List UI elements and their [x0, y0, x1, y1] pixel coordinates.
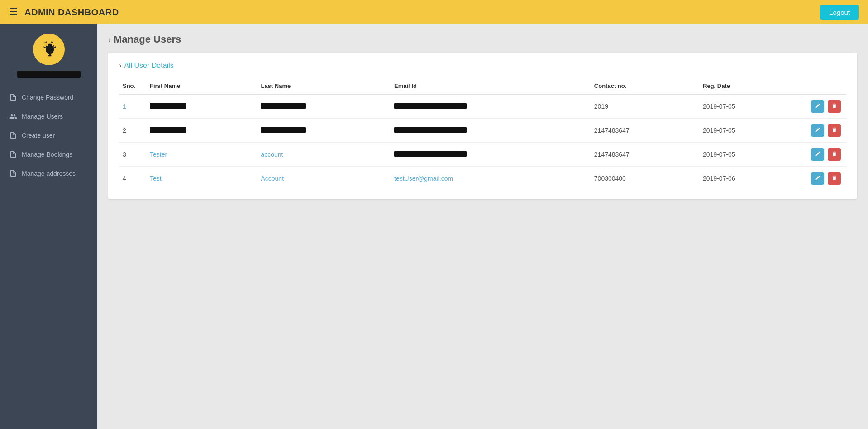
delete-button[interactable]: [828, 172, 841, 185]
table-card: › All User Details Sno. First Name Last …: [108, 53, 857, 199]
delete-icon: [831, 151, 837, 157]
cell-firstname: [146, 119, 257, 143]
col-regdate: Reg. Date: [699, 78, 801, 94]
deer-icon: [39, 39, 59, 59]
table-row: 1 2019 2019-07-05: [119, 94, 846, 119]
cell-regdate: 2019-07-05: [699, 94, 801, 119]
file-icon: [9, 93, 17, 101]
cell-sno: 3: [119, 143, 146, 167]
users-table: Sno. First Name Last Name Email Id Conta…: [119, 78, 846, 190]
header-left: ☰ ADMIN DASHBOARD: [9, 6, 119, 18]
delete-button[interactable]: [828, 124, 841, 137]
cell-regdate: 2019-07-05: [699, 143, 801, 167]
hamburger-icon[interactable]: ☰: [9, 6, 18, 18]
cell-actions: [801, 167, 846, 191]
table-row: 3 Tester account 2147483647 2019-07-05: [119, 143, 846, 167]
sidebar-item-manage-addresses[interactable]: Manage addresses: [0, 164, 97, 183]
cell-email: testUser@gmail.com: [391, 167, 591, 191]
table-row: 4 Test Account testUser@gmail.com 700300…: [119, 167, 846, 191]
edit-button[interactable]: [811, 100, 824, 113]
sidebar-item-create-user[interactable]: Create user: [0, 126, 97, 145]
cell-lastname: [257, 119, 391, 143]
table-row: 2 2147483647 2019-07-05: [119, 119, 846, 143]
cell-email: [391, 94, 591, 119]
cell-sno: 4: [119, 167, 146, 191]
cell-lastname: Account: [257, 167, 391, 191]
sidebar-item-change-password[interactable]: Change Password: [0, 88, 97, 107]
delete-button[interactable]: [828, 100, 841, 113]
chevron-icon: ›: [119, 62, 121, 70]
cell-contact: 2147483647: [591, 143, 699, 167]
sidebar-nav: Change Password Manage Users Create user…: [0, 88, 97, 183]
file-icon: [9, 150, 17, 159]
edit-icon: [815, 103, 820, 109]
sidebar-item-label: Manage Bookings: [22, 151, 72, 158]
delete-icon: [831, 175, 837, 181]
cell-sno: 1: [119, 94, 146, 119]
cell-firstname: Test: [146, 167, 257, 191]
col-sno: Sno.: [119, 78, 146, 94]
user-email-bar: [17, 71, 81, 78]
col-email: Email Id: [391, 78, 591, 94]
cell-contact: 2019: [591, 94, 699, 119]
avatar: [33, 34, 65, 65]
sidebar-item-manage-users[interactable]: Manage Users: [0, 107, 97, 126]
table-body: 1 2019 2019-07-05: [119, 94, 846, 190]
cell-regdate: 2019-07-06: [699, 167, 801, 191]
sidebar: Change Password Manage Users Create user…: [0, 24, 97, 429]
file-icon: [9, 169, 17, 178]
page-title: › Manage Users: [108, 34, 857, 45]
edit-icon: [815, 175, 820, 181]
col-contact: Contact no.: [591, 78, 699, 94]
cell-firstname: [146, 94, 257, 119]
top-header: ☰ ADMIN DASHBOARD Logout: [0, 0, 868, 24]
cell-contact: 700300400: [591, 167, 699, 191]
edit-button[interactable]: [811, 148, 824, 161]
sidebar-item-label: Change Password: [22, 94, 73, 101]
table-head: Sno. First Name Last Name Email Id Conta…: [119, 78, 846, 94]
col-firstname: First Name: [146, 78, 257, 94]
cell-lastname: [257, 94, 391, 119]
sidebar-item-label: Manage addresses: [22, 170, 76, 177]
col-lastname: Last Name: [257, 78, 391, 94]
content-area: › Manage Users › All User Details Sno. F…: [97, 24, 868, 429]
sidebar-item-label: Create user: [22, 132, 55, 139]
cell-firstname: Tester: [146, 143, 257, 167]
chevron-icon: ›: [108, 35, 111, 44]
cell-contact: 2147483647: [591, 119, 699, 143]
cell-actions: [801, 119, 846, 143]
users-icon: [9, 112, 17, 121]
sidebar-item-manage-bookings[interactable]: Manage Bookings: [0, 145, 97, 164]
app-title: ADMIN DASHBOARD: [24, 7, 119, 18]
edit-button[interactable]: [811, 124, 824, 137]
edit-icon: [815, 151, 820, 157]
col-actions: [801, 78, 846, 94]
cell-actions: [801, 143, 846, 167]
edit-icon: [815, 127, 820, 133]
delete-button[interactable]: [828, 148, 841, 161]
logout-button[interactable]: Logout: [820, 5, 859, 20]
main-layout: Change Password Manage Users Create user…: [0, 24, 868, 429]
delete-icon: [831, 103, 837, 109]
sidebar-item-label: Manage Users: [22, 113, 63, 120]
file-icon: [9, 131, 17, 140]
cell-email: [391, 143, 591, 167]
cell-lastname: account: [257, 143, 391, 167]
edit-button[interactable]: [811, 172, 824, 185]
cell-actions: [801, 94, 846, 119]
cell-regdate: 2019-07-05: [699, 119, 801, 143]
delete-icon: [831, 127, 837, 133]
cell-sno: 2: [119, 119, 146, 143]
table-section-title: › All User Details: [119, 62, 846, 70]
cell-email: [391, 119, 591, 143]
